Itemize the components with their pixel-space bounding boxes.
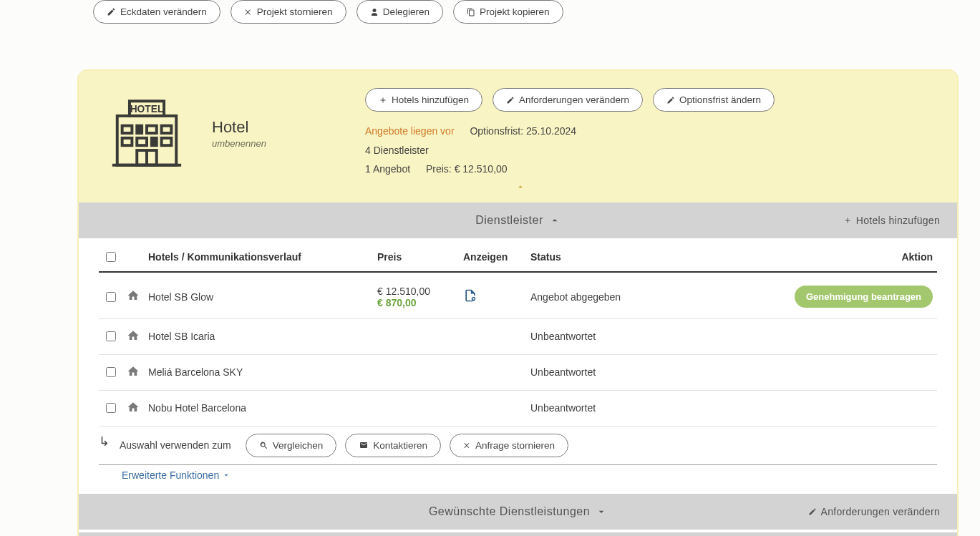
svg-rect-10 — [162, 138, 172, 145]
hotel-building-icon: HOTEL — [107, 94, 186, 172]
selection-label: Auswahl verwenden zum — [120, 439, 231, 451]
price-main: € 12.510,00 — [377, 286, 455, 297]
providers-title: Dienstleister — [475, 214, 543, 227]
home-icon[interactable] — [127, 289, 140, 302]
table-row: Nobu Hotel BarcelonaUnbeantwortet — [99, 390, 937, 426]
delegate-button[interactable]: Delegieren — [356, 0, 443, 24]
provider-count-text: 4 Dienstleister — [365, 141, 429, 160]
chevron-up-icon — [514, 182, 527, 192]
change-requirements-label: Anforderungen verändern — [519, 94, 629, 105]
col-header-name: Hotels / Kommunikationsverlauf — [144, 238, 373, 272]
hotel-name[interactable]: Meliá Barcelona SKY — [148, 366, 243, 378]
offers-available-text: Angebote liegen vor — [365, 122, 455, 141]
svg-rect-5 — [147, 126, 157, 133]
compare-button[interactable]: Vergleichen — [246, 434, 337, 457]
pencil-icon — [107, 7, 116, 16]
status-text: Unbeantwortet — [530, 366, 596, 378]
cancel-request-button[interactable]: Anfrage stornieren — [450, 434, 568, 457]
option-deadline-section-bar[interactable]: Optionsfrist Optionsfrist ändern — [79, 532, 957, 536]
contact-label: Kontaktieren — [373, 440, 427, 451]
row-checkbox[interactable] — [106, 403, 116, 413]
services-section-bar[interactable]: Gewünschte Dienstleistungen Anforderunge… — [79, 494, 957, 530]
change-requirements-link[interactable]: Anforderungen verändern — [808, 506, 940, 517]
home-icon[interactable] — [127, 401, 140, 414]
svg-rect-6 — [162, 126, 172, 133]
add-hotels-link-label: Hotels hinzufügen — [856, 215, 940, 226]
add-hotels-button[interactable]: Hotels hinzufügen — [365, 88, 482, 112]
copy-project-button[interactable]: Projekt kopieren — [453, 0, 563, 24]
arrow-up-left-icon: ↳ — [99, 434, 110, 449]
cancel-request-label: Anfrage stornieren — [475, 440, 555, 451]
providers-section-bar[interactable]: Dienstleister Hotels hinzufügen — [79, 203, 957, 238]
row-checkbox[interactable] — [106, 292, 116, 302]
hotel-name[interactable]: Nobu Hotel Barcelona — [148, 402, 246, 414]
price-text: Preis: € 12.510,00 — [426, 160, 508, 179]
document-search-icon[interactable] — [463, 288, 477, 303]
home-icon[interactable] — [127, 365, 140, 378]
copy-icon — [467, 8, 475, 16]
edit-project-button[interactable]: Eckdaten verändern — [93, 0, 220, 24]
hotel-name[interactable]: Hotel SB Glow — [148, 291, 213, 303]
row-checkbox[interactable] — [106, 331, 116, 341]
change-requirements-button[interactable]: Anforderungen verändern — [493, 88, 643, 112]
svg-rect-4 — [137, 126, 142, 133]
svg-rect-8 — [137, 138, 147, 145]
add-hotels-label: Hotels hinzufügen — [392, 94, 469, 105]
offer-count-text: 1 Angebot — [365, 160, 410, 179]
chevron-up-icon — [549, 215, 561, 226]
option-deadline-text: Optionsfrist: 25.10.2024 — [470, 122, 576, 141]
price-sub: € 870,00 — [377, 297, 455, 308]
svg-rect-9 — [152, 138, 157, 145]
chevron-down-icon — [222, 471, 231, 479]
table-row: Hotel SB IcariaUnbeantwortet — [99, 318, 937, 354]
table-row: Meliá Barcelona SKYUnbeantwortet — [99, 354, 937, 390]
col-header-price: Preis — [373, 238, 459, 272]
contact-button[interactable]: Kontaktieren — [345, 434, 441, 457]
status-text: Angebot abgegeben — [530, 291, 621, 303]
search-icon — [259, 441, 268, 450]
hotels-table: Hotels / Kommunikationsverlauf Preis Anz… — [99, 238, 937, 427]
hotel-section-title: Hotel — [212, 118, 266, 137]
svg-text:HOTEL: HOTEL — [130, 104, 164, 114]
change-requirements-link-label: Anforderungen verändern — [821, 506, 940, 517]
copy-project-label: Projekt kopieren — [480, 6, 550, 17]
col-header-action: Aktion — [780, 238, 937, 272]
cancel-project-button[interactable]: Projekt stornieren — [231, 0, 346, 24]
cancel-project-label: Projekt stornieren — [257, 6, 333, 17]
table-row: Hotel SB Glow€ 12.510,00€ 870,00Angebot … — [99, 272, 937, 319]
pencil-icon — [506, 96, 515, 104]
close-icon — [463, 442, 471, 449]
pencil-icon — [666, 96, 675, 104]
chevron-down-icon — [596, 506, 607, 517]
svg-rect-3 — [122, 126, 132, 133]
add-hotels-link[interactable]: Hotels hinzufügen — [843, 215, 940, 226]
change-option-deadline-button[interactable]: Optionsfrist ändern — [653, 88, 775, 112]
plus-icon — [379, 96, 387, 104]
selection-actions: ↳ Auswahl verwenden zum Vergleichen Kont… — [79, 427, 957, 464]
hotel-name[interactable]: Hotel SB Icaria — [148, 331, 215, 342]
row-checkbox[interactable] — [106, 367, 116, 377]
hotel-card: HOTEL — [77, 69, 959, 536]
col-header-show: Anzeigen — [459, 238, 526, 272]
plus-icon — [843, 216, 852, 225]
delegate-label: Delegieren — [383, 6, 430, 17]
status-text: Unbeantwortet — [530, 402, 596, 414]
change-option-deadline-label: Optionsfrist ändern — [679, 94, 761, 105]
request-approval-button[interactable]: Genehmigung beantragen — [795, 286, 933, 308]
user-icon — [370, 8, 379, 16]
status-text: Unbeantwortet — [530, 331, 596, 342]
collapse-toggle[interactable] — [107, 179, 933, 197]
pencil-icon — [808, 507, 817, 516]
svg-rect-7 — [122, 138, 132, 145]
advanced-functions-label: Erweiterte Funktionen — [122, 469, 219, 481]
advanced-functions-link[interactable]: Erweiterte Funktionen — [122, 469, 231, 481]
compare-label: Vergleichen — [273, 440, 324, 451]
home-icon[interactable] — [127, 329, 140, 342]
services-title: Gewünschte Dienstleistungen — [429, 505, 590, 518]
close-icon — [244, 8, 253, 16]
col-header-status: Status — [526, 238, 780, 272]
select-all-checkbox[interactable] — [106, 252, 116, 262]
rename-link[interactable]: umbenennen — [212, 138, 266, 149]
edit-project-label: Eckdaten verändern — [120, 6, 207, 17]
envelope-icon — [359, 441, 369, 449]
